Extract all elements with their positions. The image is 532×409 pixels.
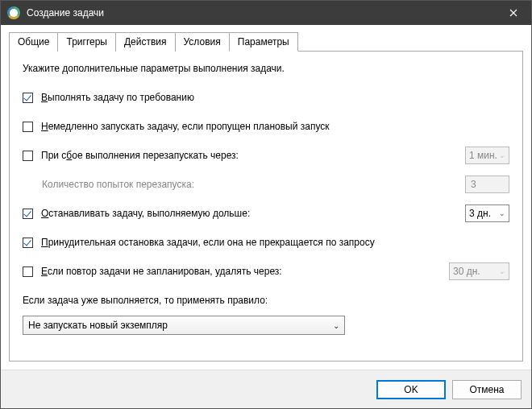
ok-button[interactable]: OK xyxy=(376,380,446,399)
row-restart-on-fail: При сбое выполнения перезапускать через:… xyxy=(23,147,509,164)
combo-stop-longer[interactable]: 3 дн. ⌄ xyxy=(465,204,509,222)
label-delete-after: Если повтор задачи не запланирован, удал… xyxy=(41,266,282,277)
task-scheduler-icon xyxy=(7,6,20,19)
row-delete-after: Если повтор задачи не запланирован, удал… xyxy=(23,262,509,280)
tab-general[interactable]: Общие xyxy=(9,32,58,52)
combo-instance-rule-value: Не запускать новый экземпляр xyxy=(28,320,168,331)
input-restart-count: 3 xyxy=(465,176,509,193)
close-icon xyxy=(509,9,517,17)
tab-actions[interactable]: Действия xyxy=(115,32,176,52)
titlebar: Создание задачи xyxy=(1,1,531,25)
row-allow-demand: Выполнять задачу по требованию xyxy=(23,89,509,106)
label-run-missed: Немедленно запускать задачу, если пропущ… xyxy=(41,121,330,132)
label-restart-count: Количество попыток перезапуска: xyxy=(42,179,194,190)
window-title: Создание задачи xyxy=(27,7,495,19)
client-area: Общие Триггеры Действия Условия Параметр… xyxy=(1,25,531,370)
tab-settings[interactable]: Параметры xyxy=(229,32,298,52)
close-button[interactable] xyxy=(495,1,531,25)
row-run-missed: Немедленно запускать задачу, если пропущ… xyxy=(23,118,509,135)
label-restart-on-fail: При сбое выполнения перезапускать через: xyxy=(41,150,239,161)
settings-panel: Укажите дополнительные параметры выполне… xyxy=(9,51,523,361)
combo-restart-interval-value: 1 мин. xyxy=(469,150,497,161)
tab-triggers[interactable]: Триггеры xyxy=(57,32,116,52)
chevron-down-icon: ⌄ xyxy=(499,209,505,217)
checkbox-run-missed[interactable] xyxy=(23,122,33,132)
tab-conditions[interactable]: Условия xyxy=(175,32,230,52)
chevron-down-icon: ⌄ xyxy=(333,321,339,330)
dialog-window: Создание задачи Общие Триггеры Действия … xyxy=(0,0,532,409)
tab-strip: Общие Триггеры Действия Условия Параметр… xyxy=(9,31,523,51)
combo-delete-after: 30 дн. ⌄ xyxy=(449,262,509,280)
checkbox-allow-demand[interactable] xyxy=(23,93,33,103)
row-force-stop: Принудительная остановка задачи, если он… xyxy=(23,233,509,251)
label-allow-demand: Выполнять задачу по требованию xyxy=(41,92,194,103)
chevron-down-icon: ⌄ xyxy=(499,267,505,275)
combo-restart-interval: 1 мин. ⌄ xyxy=(465,147,509,164)
label-force-stop: Принудительная остановка задачи, если он… xyxy=(41,237,375,248)
row-restart-count: Количество попыток перезапуска: 3 xyxy=(23,176,509,193)
label-stop-longer: Останавливать задачу, выполняемую дольше… xyxy=(41,208,250,219)
combo-instance-rule[interactable]: Не запускать новый экземпляр ⌄ xyxy=(23,316,345,335)
combo-stop-longer-value: 3 дн. xyxy=(469,208,491,219)
cancel-button[interactable]: Отмена xyxy=(452,380,522,399)
checkbox-stop-longer[interactable] xyxy=(23,209,33,219)
intro-text: Укажите дополнительные параметры выполне… xyxy=(23,63,509,74)
chevron-down-icon: ⌄ xyxy=(499,151,505,159)
checkbox-force-stop[interactable] xyxy=(23,238,33,248)
checkbox-restart-on-fail[interactable] xyxy=(23,151,33,161)
row-stop-longer: Останавливать задачу, выполняемую дольше… xyxy=(23,204,509,222)
dialog-footer: OK Отмена xyxy=(1,370,531,408)
label-rule: Если задача уже выполняется, то применят… xyxy=(23,295,509,306)
checkbox-delete-after[interactable] xyxy=(23,266,33,277)
combo-delete-after-value: 30 дн. xyxy=(453,266,480,277)
